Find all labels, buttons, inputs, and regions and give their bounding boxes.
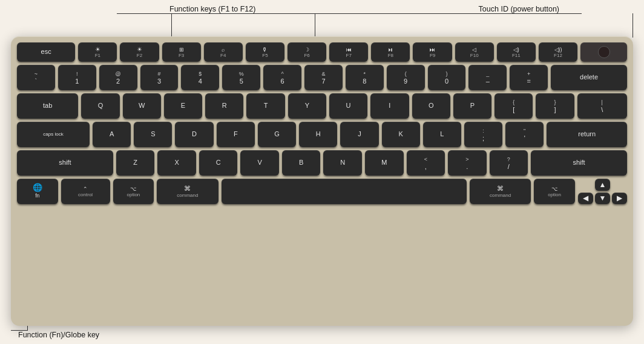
key-v[interactable]: V	[240, 150, 279, 176]
number-row: ~` !1 @2 #3 $4 %5 ^6 &7 *8 (9 )0	[17, 65, 627, 90]
key-f9[interactable]: ⏭ F9	[413, 42, 452, 62]
key-7[interactable]: &7	[304, 65, 343, 90]
key-shift-right[interactable]: shift	[531, 150, 627, 176]
key-z[interactable]: Z	[116, 150, 155, 176]
key-return[interactable]: return	[547, 122, 627, 147]
key-n[interactable]: N	[323, 150, 362, 176]
key-minus[interactable]: _–	[468, 65, 507, 90]
key-e[interactable]: E	[164, 93, 202, 119]
key-backslash[interactable]: |\	[577, 93, 627, 119]
key-command-right[interactable]: ⌘ command	[470, 179, 531, 204]
key-4[interactable]: $4	[181, 65, 219, 90]
key-h[interactable]: H	[299, 122, 337, 147]
key-arrow-down[interactable]: ▼	[595, 193, 610, 205]
key-i[interactable]: I	[370, 93, 409, 119]
key-lbracket[interactable]: {[	[494, 93, 533, 119]
key-b[interactable]: B	[282, 150, 321, 176]
key-t[interactable]: T	[246, 93, 284, 119]
key-arrow-right[interactable]: ▶	[612, 193, 627, 205]
key-arrow-up[interactable]: ▲	[595, 179, 610, 191]
key-c[interactable]: C	[199, 150, 238, 176]
key-f8[interactable]: ⏯ F8	[371, 42, 410, 62]
key-option-right[interactable]: ⌥ option	[534, 179, 575, 204]
bottom-row: 🌐 fn ⌃ control ⌥ option ⌘ command ⌘ comm…	[17, 179, 627, 204]
touchid-sensor	[598, 46, 610, 58]
tab-row: tab Q W E R T Y U I O P {[ }] |\	[17, 93, 627, 119]
key-6[interactable]: ^6	[263, 65, 301, 90]
key-esc[interactable]: esc	[17, 42, 75, 62]
tid-line-right	[632, 13, 633, 38]
key-g[interactable]: G	[258, 122, 296, 147]
key-backtick[interactable]: ~`	[17, 65, 55, 90]
key-k[interactable]: K	[382, 122, 420, 147]
touch-id-label: Touch ID (power button)	[479, 5, 559, 13]
arrow-spacer-right	[612, 179, 627, 191]
key-f[interactable]: F	[217, 122, 255, 147]
key-d[interactable]: D	[175, 122, 213, 147]
fn-keys-line-left	[117, 13, 171, 14]
key-space[interactable]	[222, 179, 467, 204]
fn-row: esc ☀ F1 ☀ F2 ⊞ F3 ⌕ F4 🎙 F5 ☽ F6 ⏮ F7	[17, 42, 627, 62]
fn-keys-line-top	[171, 13, 315, 14]
key-touchid[interactable]	[580, 42, 627, 62]
key-f1[interactable]: ☀ F1	[78, 42, 117, 62]
key-arrow-left[interactable]: ◀	[578, 193, 593, 205]
key-period[interactable]: >.	[448, 150, 487, 176]
arrow-spacer-left	[578, 179, 593, 191]
keyboard: esc ☀ F1 ☀ F2 ⊞ F3 ⌕ F4 🎙 F5 ☽ F6 ⏮ F7	[11, 36, 633, 326]
fn-keys-line-center	[315, 13, 315, 38]
key-semicolon[interactable]: :;	[464, 122, 502, 147]
key-f12[interactable]: ◁)) F12	[539, 42, 577, 62]
key-y[interactable]: Y	[288, 93, 326, 119]
key-u[interactable]: U	[329, 93, 367, 119]
key-f7[interactable]: ⏮ F7	[329, 42, 368, 62]
key-8[interactable]: *8	[346, 65, 384, 90]
key-capslock[interactable]: caps lock	[17, 122, 90, 147]
key-shift-left[interactable]: shift	[17, 150, 113, 176]
key-5[interactable]: %5	[222, 65, 260, 90]
key-f2[interactable]: ☀ F2	[120, 42, 159, 62]
key-s[interactable]: S	[134, 122, 172, 147]
key-l[interactable]: L	[423, 122, 461, 147]
arrow-bottom-row: ◀ ▼ ▶	[578, 193, 627, 205]
key-option-left[interactable]: ⌥ option	[113, 179, 154, 204]
key-3[interactable]: #3	[140, 65, 179, 90]
key-rbracket[interactable]: }]	[536, 93, 574, 119]
key-f11[interactable]: ◁) F11	[497, 42, 536, 62]
key-o[interactable]: O	[412, 93, 450, 119]
key-command-left[interactable]: ⌘ command	[157, 179, 218, 204]
key-slash[interactable]: ?/	[490, 150, 528, 176]
key-1[interactable]: !1	[58, 65, 96, 90]
key-delete[interactable]: delete	[551, 65, 627, 90]
arrow-cluster: ▲ ◀ ▼ ▶	[578, 179, 627, 204]
caps-row: caps lock A S D F G H J K L :; "' return	[17, 122, 627, 147]
fn-globe-label: Function (Fn)/Globe key	[18, 331, 99, 339]
key-control[interactable]: ⌃ control	[61, 179, 110, 204]
arrow-top-row: ▲	[578, 179, 627, 191]
key-9[interactable]: (9	[387, 65, 425, 90]
key-tab[interactable]: tab	[17, 93, 78, 119]
key-m[interactable]: M	[365, 150, 404, 176]
key-a[interactable]: A	[93, 122, 131, 147]
key-comma[interactable]: <,	[407, 150, 445, 176]
key-r[interactable]: R	[205, 93, 243, 119]
key-quote[interactable]: "'	[505, 122, 544, 147]
function-keys-label: Function keys (F1 to F12)	[169, 5, 255, 13]
key-x[interactable]: X	[157, 150, 196, 176]
key-f6[interactable]: ☽ F6	[288, 42, 326, 62]
key-fn-globe[interactable]: 🌐 fn	[17, 179, 58, 204]
key-f3[interactable]: ⊞ F3	[162, 42, 201, 62]
key-q[interactable]: Q	[81, 93, 119, 119]
shift-row: shift Z X C V B N M <, >. ?/ shift	[17, 150, 627, 176]
tid-line-left	[315, 13, 582, 14]
key-w[interactable]: W	[123, 93, 161, 119]
key-2[interactable]: @2	[99, 65, 137, 90]
fn-keys-line-right	[171, 13, 172, 38]
key-f4[interactable]: ⌕ F4	[204, 42, 243, 62]
key-p[interactable]: P	[453, 93, 491, 119]
key-j[interactable]: J	[340, 122, 378, 147]
key-equals[interactable]: +=	[510, 65, 548, 90]
key-f5[interactable]: 🎙 F5	[246, 42, 284, 62]
key-0[interactable]: )0	[428, 65, 466, 90]
key-f10[interactable]: ◁ F10	[455, 42, 494, 62]
